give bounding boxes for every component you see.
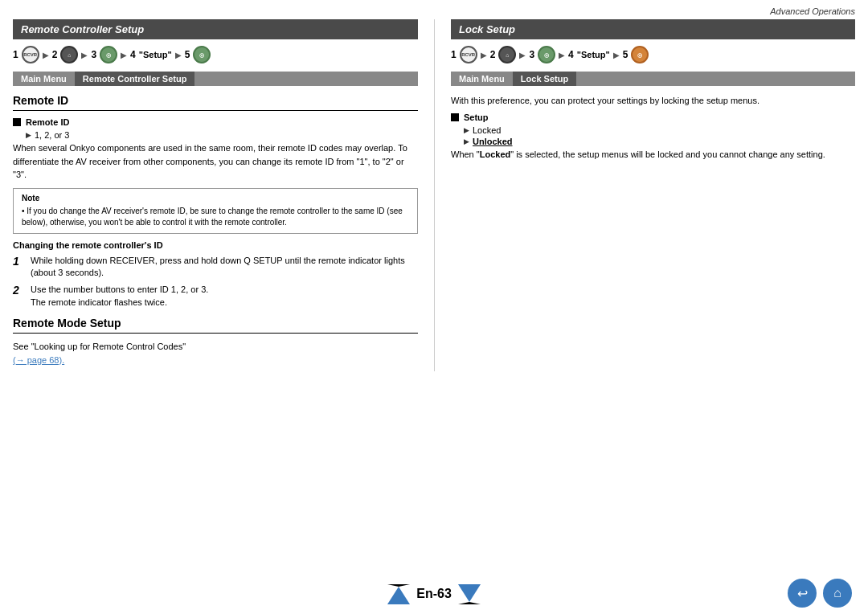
arrow2-right: ▶ xyxy=(519,51,526,59)
page-label: En-63 xyxy=(416,587,452,601)
step-a-num: 1 xyxy=(13,255,24,268)
unlocked-item: ▶ Unlocked xyxy=(464,137,855,146)
footer-bar: En-63 xyxy=(0,574,868,614)
confirm-btn-left: ◎ xyxy=(193,46,211,63)
main-content: Remote Controller Setup 1 RCVR ▶ 2 ⌂ ▶ 3… xyxy=(0,19,868,371)
step-b-item: 2 Use the number buttons to enter ID 1, … xyxy=(13,284,418,309)
step3-num: 3 xyxy=(91,49,96,60)
step2-num-r: 2 xyxy=(490,49,496,60)
note-title: Note xyxy=(22,194,409,203)
right-breadcrumb: Main Menu Lock Setup xyxy=(451,72,855,86)
remote-id-description: When several Onkyo components are used i… xyxy=(13,141,418,182)
home-icon: ⌂ xyxy=(833,586,841,600)
back-button[interactable]: ↩ xyxy=(788,579,817,608)
step-b-content: Use the number buttons to enter ID 1, 2,… xyxy=(31,284,208,309)
remote-mode-heading: Remote Mode Setup xyxy=(13,317,418,334)
left-step-icons: 1 RCVR ▶ 2 ⌂ ▶ 3 ◎ ▶ 4 "Setup" ▶ 5 ◎ xyxy=(13,46,418,63)
locked-option-row: ▶ Locked ▶ Unlocked xyxy=(451,125,855,146)
arrow2-left: ▶ xyxy=(81,51,88,59)
arrow4-right: ▶ xyxy=(613,51,620,59)
bottom-right-icons: ↩ ⌂ xyxy=(788,579,852,608)
home-btn-right: ⌂ xyxy=(498,46,516,63)
arrow1-left: ▶ xyxy=(43,51,49,59)
step3-num-r: 3 xyxy=(529,49,534,60)
arrow-right-unlocked: ▶ xyxy=(464,137,469,145)
next-page-button[interactable] xyxy=(458,584,481,604)
step1-num-r: 1 xyxy=(451,49,457,60)
remote-id-subheading: Remote ID xyxy=(13,117,418,127)
left-panel: Remote Controller Setup 1 RCVR ▶ 2 ⌂ ▶ 3… xyxy=(13,19,434,371)
note-box: Note • If you do change the AV receiver'… xyxy=(13,188,418,234)
locked-item: ▶ Locked xyxy=(464,125,855,135)
prev-page-button[interactable] xyxy=(387,584,410,604)
dial-btn-left: ◎ xyxy=(100,46,117,63)
advanced-operations-label: Advanced Operations xyxy=(770,6,855,16)
bc-sub-menu-right: Lock Setup xyxy=(513,72,576,86)
arrow1-right: ▶ xyxy=(481,51,487,59)
confirm-btn-right: ◎ xyxy=(631,46,649,63)
remote-id-options-item: ▶ 1, 2, or 3 xyxy=(26,130,418,140)
arrow4-left: ▶ xyxy=(175,51,182,59)
step1-num: 1 xyxy=(13,49,18,60)
remote-id-heading: Remote ID xyxy=(13,94,418,111)
step4-num-r: 4 xyxy=(568,49,574,60)
page-link[interactable]: (→ page 68). xyxy=(13,355,64,365)
home-button[interactable]: ⌂ xyxy=(823,579,852,608)
locked-bold: Locked xyxy=(480,149,511,159)
step-a-item: 1 While holding down RECEIVER, press and… xyxy=(13,255,418,280)
right-step-icons: 1 RCVR ▶ 2 ⌂ ▶ 3 ◎ ▶ 4 "Setup" ▶ 5 ◎ xyxy=(451,46,855,63)
right-panel: Lock Setup 1 RCVR ▶ 2 ⌂ ▶ 3 ◎ ▶ 4 "Setup… xyxy=(434,19,855,371)
step2-num: 2 xyxy=(52,49,58,60)
remote-id-options-row: ▶ 1, 2, or 3 xyxy=(13,130,418,140)
arrow-right-icon-options: ▶ xyxy=(26,131,31,139)
bc-main-menu-left: Main Menu xyxy=(13,72,75,86)
changing-title: Changing the remote controller's ID xyxy=(13,240,418,250)
note-text: • If you do change the AV receiver's rem… xyxy=(22,206,409,228)
black-square-icon xyxy=(13,118,21,126)
step-a-content: While holding down RECEIVER, press and h… xyxy=(31,255,418,280)
setup-text-right: "Setup" xyxy=(577,50,610,59)
setup-subheading: Setup xyxy=(451,113,855,122)
back-icon: ↩ xyxy=(797,586,808,601)
bc-main-menu-right: Main Menu xyxy=(451,72,513,86)
lock-setup-section-title: Lock Setup xyxy=(451,19,855,39)
locked-description: When "Locked" is selected, the setup men… xyxy=(451,148,855,162)
step5-num-r: 5 xyxy=(623,49,628,60)
step-b-num: 2 xyxy=(13,284,24,297)
remote-controller-section-title: Remote Controller Setup xyxy=(13,19,418,39)
setup-text-left: "Setup" xyxy=(139,50,172,59)
step5-num: 5 xyxy=(185,49,190,60)
home-btn-left: ⌂ xyxy=(60,46,78,63)
bc-sub-menu-left: Remote Controller Setup xyxy=(75,72,195,86)
receiver-btn-left: RCVR xyxy=(22,46,39,63)
arrow-right-locked: ▶ xyxy=(464,126,469,134)
unlocked-option-label: Unlocked xyxy=(473,137,513,146)
dial-btn-right: ◎ xyxy=(538,46,555,63)
lock-intro-text: With this preference, you can protect yo… xyxy=(451,94,855,108)
step4-num: 4 xyxy=(130,49,136,60)
black-square-icon-right xyxy=(451,113,459,121)
arrow3-left: ▶ xyxy=(121,51,127,59)
left-breadcrumb: Main Menu Remote Controller Setup xyxy=(13,72,418,86)
page-header: Advanced Operations xyxy=(0,0,868,19)
remote-mode-text: See "Looking up for Remote Control Codes… xyxy=(13,340,418,366)
arrow3-right: ▶ xyxy=(559,51,565,59)
receiver-btn-right: RCVR xyxy=(460,46,477,63)
